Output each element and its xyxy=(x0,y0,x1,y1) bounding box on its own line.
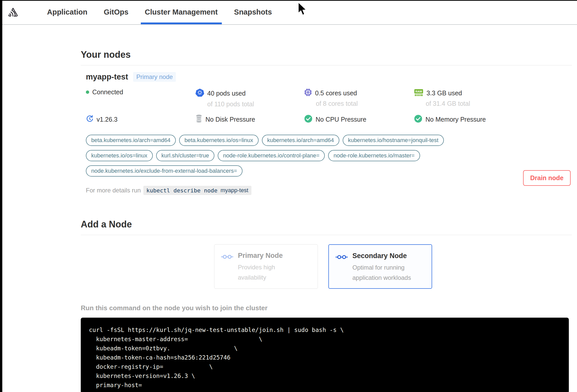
command-line: kubernetes-master-address= \ xyxy=(89,335,569,344)
your-nodes-title: Your nodes xyxy=(81,49,572,60)
cpu-icon xyxy=(304,88,312,98)
nav-tabs: Application GitOps Cluster Management Sn… xyxy=(47,0,272,24)
command-line: primary-host= xyxy=(89,381,569,390)
primary-node-option[interactable]: Primary Node Provides high availability xyxy=(214,244,318,289)
node-label-pill: node-role.kubernetes.io/control-plane= xyxy=(218,150,325,161)
node-label-pill: kubernetes.io/arch=amd64 xyxy=(262,135,339,146)
command-line: kubernetes-version=v1.26.3 \ xyxy=(89,371,569,381)
section-divider xyxy=(81,235,572,235)
command-line: docker-registry-ip= \ xyxy=(89,362,569,371)
kubectl-describe-chip: kubectl describe node myapp-test xyxy=(143,186,251,195)
tab-gitops[interactable]: GitOps xyxy=(104,0,129,24)
ram-icon: RAM xyxy=(414,88,423,98)
check-circle-icon xyxy=(414,114,422,124)
tab-snapshots[interactable]: Snapshots xyxy=(234,0,272,24)
node-label-pill: node.kubernetes.io/exclude-from-external… xyxy=(86,165,243,177)
cluster-management-page: Your nodes myapp-test Primary node Conne… xyxy=(0,49,577,392)
disk-pressure-status: No Disk Pressure xyxy=(195,114,304,124)
mouse-cursor-icon xyxy=(297,2,308,18)
tab-application[interactable]: Application xyxy=(47,0,87,24)
primary-node-badge: Primary node xyxy=(133,72,176,82)
node-label-pill: kurl.sh/cluster=true xyxy=(156,150,214,161)
card-title: Primary Node xyxy=(238,252,302,260)
node-type-options: Primary Node Provides high availability … xyxy=(214,244,572,289)
node-label-pill: kubernetes.io/hostname=jonquil-test xyxy=(343,135,444,146)
screenshot-left-edge xyxy=(0,0,2,392)
check-circle-icon xyxy=(304,114,313,124)
replicated-logo-icon xyxy=(8,7,18,17)
command-line: curl -fsSL https://kurl.sh/jq-new-test-u… xyxy=(89,325,569,335)
memory-stat: RAM 3.3 GB used of 31.4 GB total xyxy=(414,88,572,108)
version-update-icon xyxy=(86,114,94,124)
card-title: Secondary Node xyxy=(352,252,416,260)
tab-cluster-management[interactable]: Cluster Management xyxy=(145,0,218,24)
pods-stat: 40 pods used of 110 pods total xyxy=(195,88,304,108)
node-status: Connected xyxy=(86,88,195,96)
command-line: kubeadm-token=0ztbvy. \ xyxy=(89,344,569,353)
node-label-pill: beta.kubernetes.io/os=linux xyxy=(179,135,258,146)
kubernetes-version: v1.26.3 xyxy=(86,114,195,124)
disk-icon xyxy=(195,114,202,124)
screenshot-top-edge xyxy=(0,0,577,1)
node-label-pill: node-role.kubernetes.io/master= xyxy=(328,150,420,161)
kubernetes-icon xyxy=(195,88,204,98)
join-command-block: curl -fsSL https://kurl.sh/jq-new-test-u… xyxy=(81,318,569,392)
nodes-icon xyxy=(221,254,233,289)
add-a-node-title: Add a Node xyxy=(81,219,572,230)
card-subtitle: Optimal for running application workload… xyxy=(352,262,416,283)
command-line: kubeadm-token-ca-hash=sha256:221d25746 xyxy=(89,353,569,362)
node-stats-grid: Connected 40 pods used xyxy=(86,88,572,124)
svg-text:RAM: RAM xyxy=(415,90,422,93)
node-details-hint: For more details run kubectl describe no… xyxy=(86,186,572,195)
top-nav: Application GitOps Cluster Management Sn… xyxy=(0,0,577,25)
card-subtitle: Provides high availability xyxy=(238,262,302,283)
node-card: myapp-test Primary node Connected xyxy=(81,72,572,195)
cpu-pressure-status: No CPU Pressure xyxy=(304,114,414,124)
section-divider xyxy=(81,65,572,65)
nodes-icon xyxy=(336,254,348,288)
cpu-stat: 0.5 cores used of 8 cores total xyxy=(304,88,414,108)
drain-node-button[interactable]: Drain node xyxy=(523,170,571,186)
node-labels: beta.kubernetes.io/arch=amd64 beta.kuber… xyxy=(86,135,490,177)
node-label-pill: kubernetes.io/os=linux xyxy=(86,150,153,161)
secondary-node-option[interactable]: Secondary Node Optimal for running appli… xyxy=(328,244,432,289)
join-command-instruction: Run this command on the node you wish to… xyxy=(81,304,572,312)
connected-dot-icon xyxy=(86,90,89,94)
node-label-pill: beta.kubernetes.io/arch=amd64 xyxy=(86,135,176,146)
memory-pressure-status: No Memory Pressure xyxy=(414,114,572,124)
node-name: myapp-test xyxy=(86,72,128,82)
